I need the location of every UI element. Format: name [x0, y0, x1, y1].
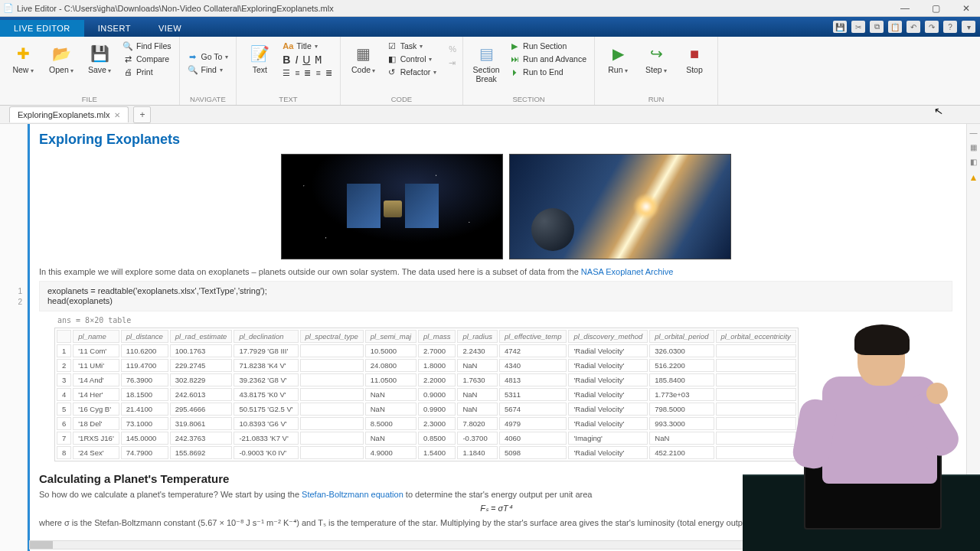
- output-right-icon[interactable]: ◧: [970, 158, 977, 166]
- qat-copy-icon[interactable]: ⧉: [870, 21, 884, 33]
- tab-live-editor[interactable]: LIVE EDITOR: [0, 20, 84, 37]
- save-button[interactable]: 💾Save: [83, 40, 116, 75]
- table-row: 7'1RXS J16'145.0000242.3763-21.0833 'K7 …: [57, 432, 796, 445]
- editor-area: 1 2 Exploring Exoplanets In this example…: [0, 124, 980, 551]
- align-left-icon[interactable]: ≣: [304, 68, 311, 77]
- image-kepler-spacecraft: [281, 154, 503, 259]
- qat-help-icon[interactable]: ?: [943, 21, 957, 33]
- titlebar: 📄 Live Editor - C:\Users\igha\Downloads\…: [0, 0, 980, 17]
- run-section-icon: ▶: [509, 41, 520, 51]
- document[interactable]: Exploring Exoplanets In this example we …: [28, 124, 966, 551]
- open-button[interactable]: 📂Open: [44, 40, 78, 75]
- mono-button[interactable]: M: [315, 54, 321, 66]
- run-to-end-button[interactable]: ⏵Run to End: [508, 66, 588, 78]
- find-files-button[interactable]: 🔍Find Files: [121, 40, 173, 52]
- output-inline-icon[interactable]: ▦: [970, 143, 977, 152]
- run-to-end-icon: ⏵: [509, 67, 520, 77]
- ans-label: ans = 8×20 table: [57, 316, 952, 324]
- qat-undo-icon[interactable]: ↶: [906, 21, 920, 33]
- bullet-list-icon[interactable]: ☰: [283, 68, 290, 77]
- table-row: 5'16 Cyg B'21.4100295.466650.5175 'G2.5 …: [57, 403, 796, 416]
- group-label-navigate: NAVIGATE: [186, 93, 230, 105]
- group-label-section: SECTION: [469, 93, 588, 105]
- goto-button[interactable]: ➡Go To: [186, 51, 230, 63]
- image-row: [281, 154, 952, 259]
- align-right-icon[interactable]: ≣: [325, 68, 332, 77]
- title-icon: Aa: [283, 41, 293, 51]
- line-gutter: 1 2: [0, 124, 28, 551]
- qat-more-icon[interactable]: ▾: [962, 21, 975, 33]
- step-button[interactable]: ↪Step: [639, 40, 673, 75]
- section-break-button[interactable]: ▤Section Break: [469, 40, 503, 83]
- number-list-icon[interactable]: ≡: [295, 68, 299, 77]
- run-advance-icon: ⏭: [509, 54, 520, 64]
- code-button[interactable]: ▦Code: [347, 40, 381, 75]
- qat-save-icon[interactable]: 💾: [833, 21, 847, 33]
- image-exoplanet-art: [509, 154, 731, 259]
- file-tab-label: ExploringExoplanets.mlx: [18, 110, 109, 119]
- ribbon-group-section: ▤Section Break ▶Run Section ⏭Run and Adv…: [463, 37, 595, 105]
- group-label-run: RUN: [601, 93, 711, 105]
- sect2-p2: where σ is the Stefan-Boltzmann constant…: [39, 518, 952, 528]
- line-num: 1: [0, 286, 27, 297]
- bold-button[interactable]: B: [283, 54, 290, 66]
- indent-icon[interactable]: ⇥: [449, 58, 456, 68]
- tab-insert[interactable]: INSERT: [84, 20, 145, 37]
- italic-button[interactable]: I: [295, 54, 298, 66]
- minimize-button[interactable]: —: [894, 3, 916, 14]
- nasa-archive-link[interactable]: NASA Exoplanet Archive: [581, 267, 673, 276]
- table-row: 3'14 And'76.3900302.822939.2362 'G8 V'11…: [57, 373, 796, 386]
- refactor-button[interactable]: ↺Refactor: [385, 66, 439, 78]
- stop-button[interactable]: ■Stop: [678, 40, 711, 75]
- table-row: 6'18 Del'73.1000319.806110.8393 'G6 V'8.…: [57, 417, 796, 430]
- find-button[interactable]: 🔍Find: [186, 64, 230, 76]
- run-section-button[interactable]: ▶Run Section: [508, 40, 588, 52]
- warning-icon[interactable]: ▲: [969, 172, 978, 183]
- qat-redo-icon[interactable]: ↷: [925, 21, 939, 33]
- compare-button[interactable]: ⇄Compare: [121, 53, 173, 65]
- file-tab-close-icon[interactable]: ✕: [114, 111, 120, 119]
- run-icon: ▶: [607, 43, 629, 64]
- code-icon: ▦: [353, 43, 374, 64]
- table-row: 4'14 Her'18.1500242.601343.8175 'K0 V'Na…: [57, 388, 796, 401]
- align-center-icon[interactable]: ≡: [315, 68, 320, 77]
- file-tab[interactable]: ExploringExoplanets.mlx ✕: [9, 106, 129, 122]
- page-title: Exploring Exoplanets: [39, 132, 952, 148]
- run-advance-button[interactable]: ⏭Run and Advance: [508, 53, 588, 65]
- section-break-icon: ▤: [475, 43, 497, 64]
- scrollbar-thumb[interactable]: [30, 541, 53, 549]
- section-heading-temperature: Calculating a Planet's Temperature: [39, 472, 952, 485]
- right-margin-strip: — ▦ ◧ ▲: [966, 124, 980, 551]
- ribbon-group-file: ✚New 📂Open 💾Save 🔍Find Files ⇄Compare 🖨P…: [0, 37, 180, 105]
- ribbon-group-code: ▦Code ☑Task ◧Control ↺Refactor % ⇥ CODE: [341, 37, 463, 105]
- task-button[interactable]: ☑Task: [385, 40, 439, 52]
- text-icon: 📝: [249, 43, 270, 64]
- open-folder-icon: 📂: [51, 43, 72, 64]
- new-button[interactable]: ✚New: [6, 40, 40, 75]
- tab-view[interactable]: VIEW: [145, 20, 195, 37]
- horizontal-scrollbar[interactable]: [29, 540, 966, 549]
- underline-button[interactable]: U: [302, 54, 310, 66]
- new-icon: ✚: [12, 43, 34, 64]
- window-controls: — ▢ ✕: [894, 3, 977, 14]
- close-button[interactable]: ✕: [956, 3, 977, 14]
- qat-cut-icon[interactable]: ✂: [851, 21, 865, 33]
- new-tab-button[interactable]: +: [133, 106, 151, 123]
- stefan-boltzmann-link[interactable]: Stefan-Boltzmann equation: [302, 490, 403, 499]
- list-row: ☰ ≡ ≣ ≡ ≣: [281, 67, 333, 78]
- run-button[interactable]: ▶Run: [601, 40, 635, 75]
- table-row: 8'24 Sex'74.7900155.8692-0.9003 'K0 IV'4…: [57, 446, 796, 459]
- refactor-icon: ↺: [387, 67, 397, 77]
- format-row: B I U M: [281, 53, 333, 67]
- qat-paste-icon[interactable]: 📋: [888, 21, 902, 33]
- maximize-button[interactable]: ▢: [925, 3, 946, 14]
- comment-icon[interactable]: %: [449, 44, 456, 54]
- text-button[interactable]: 📝Text: [243, 40, 276, 75]
- print-button[interactable]: 🖨Print: [121, 66, 173, 78]
- ribbon-group-navigate: ➡Go To 🔍Find NAVIGATE: [180, 37, 237, 105]
- control-button[interactable]: ◧Control: [385, 53, 439, 65]
- code-block-1[interactable]: exoplanets = readtable('exoplanets.xlsx'…: [39, 281, 952, 311]
- title-style-button[interactable]: AaTitle: [281, 40, 333, 52]
- collapse-icon[interactable]: —: [970, 129, 978, 137]
- find-icon: 🔍: [188, 64, 198, 75]
